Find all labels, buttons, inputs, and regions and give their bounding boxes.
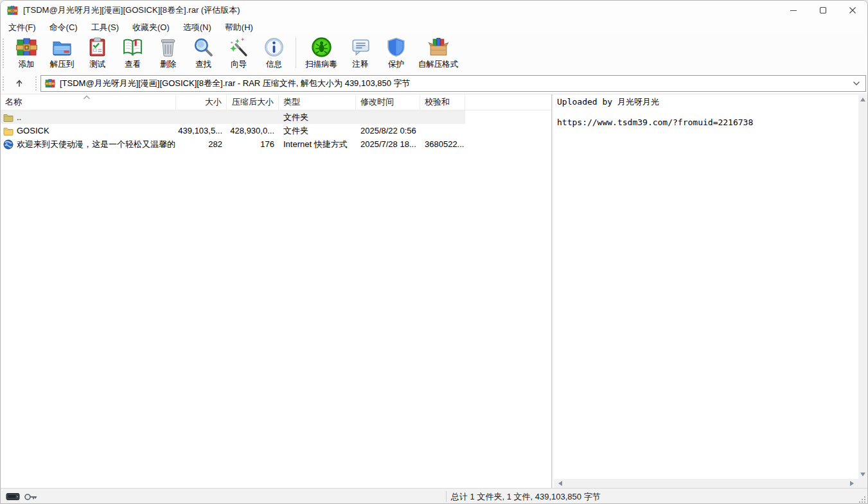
wizard-wand-icon — [228, 37, 249, 58]
toolbar-label: 查看 — [125, 59, 141, 70]
toolbar-button-add[interactable]: 添加 — [8, 35, 44, 72]
toolbar-button-delete[interactable]: 删除 — [150, 35, 186, 72]
scroll-left-button[interactable] — [556, 479, 565, 488]
file-checksum: 3680522... — [420, 137, 465, 151]
file-name: .. — [17, 112, 21, 122]
toolbar-button-info[interactable]: 信息 — [256, 35, 292, 72]
statusbar-separator — [446, 491, 447, 502]
find-magnifier-icon — [193, 37, 214, 58]
file-modified: 2025/8/22 0:56 — [356, 124, 420, 137]
file-size: 439,103,5... — [176, 124, 227, 137]
winrar-archive-icon — [45, 78, 55, 89]
comment-line: https://www.tsdm39.com/?fromuid=2216738 — [557, 117, 858, 128]
toolbar-button-test[interactable]: 测试 — [80, 35, 115, 72]
winrar-window: [TSDM@月光呀月光][漫画][GOSICK][8卷全].rar (评估版本)… — [0, 0, 868, 504]
toolbar-separator — [296, 37, 296, 68]
status-bar: 总计 1 文件夹, 1 文件, 439,103,850 字节 — [1, 488, 867, 504]
menu-favorites[interactable]: 收藏夹(O) — [130, 21, 172, 35]
winrar-archive-icon — [16, 37, 37, 58]
toolbar-label: 保护 — [388, 59, 404, 70]
address-gripper[interactable] — [3, 76, 4, 91]
table-row-gosick[interactable]: GOSICK 439,103,5... 428,930,0... 文件夹 202… — [1, 124, 465, 137]
toolbar-button-protect[interactable]: 保护 — [378, 35, 414, 72]
extract-folder-icon — [51, 37, 73, 58]
resize-grip[interactable] — [858, 496, 866, 503]
comment-line — [557, 107, 858, 117]
scroll-up-button[interactable] — [858, 95, 867, 104]
menu-help[interactable]: 帮助(H) — [223, 21, 255, 35]
column-header-checksum[interactable]: 校验和 — [420, 94, 465, 110]
toolbar-label: 添加 — [19, 59, 35, 70]
scroll-down-button[interactable] — [858, 470, 867, 479]
scroll-up-icon — [860, 98, 865, 101]
toolbar-button-scan-virus[interactable]: 扫描病毒 — [300, 35, 342, 72]
file-rows: .. 文件夹 GOSICK 43 — [1, 110, 551, 488]
archive-path-text: [TSDM@月光呀月光][漫画][GOSICK][8卷全].rar - RAR … — [60, 78, 848, 89]
scroll-right-button[interactable] — [847, 479, 856, 488]
key-icon[interactable] — [24, 492, 38, 501]
table-row-parent-dir[interactable]: .. 文件夹 — [1, 110, 465, 124]
toolbar: 添加 解压到 测试 — [1, 35, 867, 73]
menu-tools[interactable]: 工具(S) — [89, 21, 121, 35]
file-name-cell: 欢迎来到天使动漫，这是一个轻松又温馨的... — [1, 137, 176, 151]
toolbar-button-wizard[interactable]: 向导 — [221, 35, 256, 72]
toolbar-button-extract-to[interactable]: 解压到 — [44, 35, 80, 72]
toolbar-label: 删除 — [160, 59, 176, 70]
file-type: 文件夹 — [279, 110, 356, 124]
titlebar: [TSDM@月光呀月光][漫画][GOSICK][8卷全].rar (评估版本) — [1, 1, 867, 20]
window-controls — [779, 1, 867, 20]
comment-bubble-icon — [350, 37, 371, 58]
minimize-button[interactable] — [779, 1, 808, 20]
menu-commands[interactable]: 命令(C) — [48, 21, 80, 35]
file-checksum — [420, 124, 465, 137]
test-clipboard-icon — [87, 37, 108, 58]
toolbar-label: 扫描病毒 — [305, 59, 337, 70]
menu-file[interactable]: 文件(F) — [6, 21, 38, 35]
info-icon — [263, 37, 285, 58]
column-header-row: 名称 大小 压缩后大小 类型 修改时间 校验和 — [1, 94, 551, 110]
close-button[interactable] — [838, 1, 867, 20]
file-name-cell: GOSICK — [1, 124, 176, 137]
column-header-packed[interactable]: 压缩后大小 — [227, 94, 279, 110]
protect-shield-icon — [385, 37, 407, 58]
folder-icon — [3, 126, 13, 136]
file-packed: 428,930,0... — [227, 124, 279, 137]
toolbar-gripper[interactable] — [3, 39, 4, 68]
scroll-down-icon — [860, 473, 865, 476]
globe-icon — [3, 139, 13, 150]
scroll-left-icon — [558, 481, 562, 486]
file-modified — [356, 110, 420, 124]
file-name: 欢迎来到天使动漫，这是一个轻松又温馨的... — [17, 139, 176, 150]
toolbar-label: 解压到 — [50, 59, 75, 70]
minimize-icon — [790, 6, 797, 14]
column-header-type[interactable]: 类型 — [279, 94, 356, 110]
comment-vscrollbar[interactable] — [858, 95, 867, 479]
file-name-cell: .. — [1, 110, 176, 124]
maximize-icon — [819, 6, 827, 14]
archive-path-combobox[interactable]: [TSDM@月光呀月光][漫画][GOSICK][8卷全].rar - RAR … — [40, 75, 866, 92]
menubar: 文件(F) 命令(C) 工具(S) 收藏夹(O) 选项(N) 帮助(H) — [1, 20, 867, 35]
up-directory-button[interactable] — [10, 76, 29, 91]
totals-text: 总计 1 文件夹, 1 文件, 439,103,850 字节 — [451, 489, 601, 504]
file-size: 282 — [176, 137, 227, 151]
drive-icon[interactable] — [6, 492, 20, 501]
menu-options[interactable]: 选项(N) — [181, 21, 213, 35]
comment-text: Uploaded by 月光呀月光 https://www.tsdm39.com… — [554, 95, 858, 478]
toolbar-button-view[interactable]: 查看 — [115, 35, 150, 72]
toolbar-button-comment[interactable]: 注释 — [342, 35, 378, 72]
file-packed — [227, 110, 279, 124]
comment-hscrollbar[interactable] — [554, 479, 858, 488]
chevron-down-icon[interactable] — [853, 81, 860, 86]
comment-panel[interactable]: Uploaded by 月光呀月光 https://www.tsdm39.com… — [553, 94, 867, 488]
toolbar-button-find[interactable]: 查找 — [186, 35, 221, 72]
address-gripper[interactable] — [35, 76, 37, 91]
toolbar-label: 信息 — [266, 59, 282, 70]
table-row-shortcut[interactable]: 欢迎来到天使动漫，这是一个轻松又温馨的... 282 176 Internet … — [1, 137, 465, 151]
toolbar-button-sfx[interactable]: 自解压格式 — [414, 35, 463, 72]
toolbar-label: 向导 — [231, 59, 247, 70]
column-header-size[interactable]: 大小 — [176, 94, 227, 110]
maximize-button[interactable] — [808, 1, 838, 20]
column-header-modified[interactable]: 修改时间 — [356, 94, 420, 110]
virus-scan-icon — [311, 37, 332, 58]
scroll-right-icon — [850, 481, 854, 486]
